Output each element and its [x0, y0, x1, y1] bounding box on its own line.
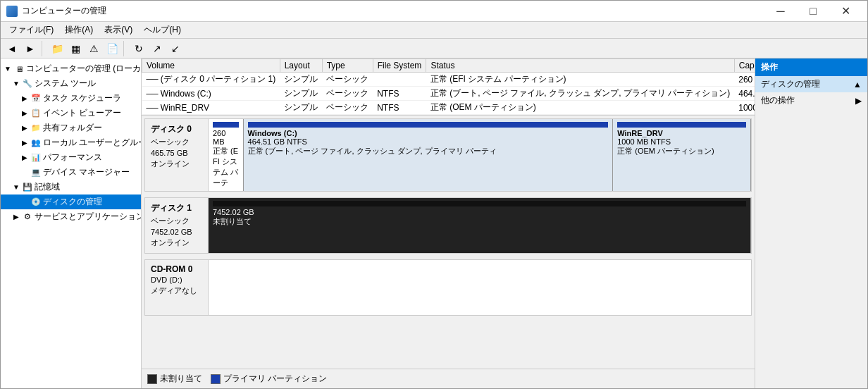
disk-status: オンライン	[151, 237, 202, 248]
content-area: Volume Layout Type File System Status Ca…	[142, 58, 755, 388]
sidebar-item-local-users[interactable]: ▶ 👥 ローカル ユーザーとグループ	[1, 135, 141, 150]
sidebar-item-shared-folders[interactable]: ▶ 📁 共有フォルダー	[1, 121, 141, 135]
task-scheduler-icon: 📅	[30, 93, 42, 104]
table-cell: 正常 (EFI システム パーティション)	[426, 73, 734, 87]
disk-type: ベーシック	[151, 216, 202, 226]
disk-graphical-view: ディスク 0ベーシック465.75 GBオンライン260 MB正常 (EFI シ…	[142, 116, 755, 369]
table-cell: 1000 MB	[734, 101, 755, 115]
right-panel-disk-management[interactable]: ディスクの管理 ▲	[755, 76, 867, 92]
menu-action[interactable]: 操作(A)	[59, 23, 99, 37]
partition-bar	[213, 122, 239, 128]
table-cell: シンプル	[280, 101, 322, 115]
export-button[interactable]: ↗	[149, 41, 166, 56]
legend-box-primary	[211, 374, 221, 384]
sidebar-item-storage[interactable]: ▼ 💾 記憶域	[1, 180, 141, 194]
alert-button[interactable]: ⚠	[85, 41, 102, 56]
local-users-icon: 👥	[30, 137, 42, 149]
doc-button[interactable]: 📄	[104, 41, 120, 56]
event-viewer-icon: 📋	[30, 108, 42, 119]
menu-help[interactable]: ヘルプ(H)	[138, 23, 187, 37]
partition-status: 正常 (EFI システム パーテ	[213, 146, 239, 188]
back-button[interactable]: ◄	[4, 41, 20, 56]
menu-file[interactable]: ファイル(F)	[4, 23, 59, 37]
sidebar: ▼ 🖥 コンピューターの管理 (ローカル) ▼ 🔧 システム ツール ▶ 📅 タ…	[1, 58, 142, 388]
disk-type: ベーシック	[151, 137, 202, 147]
disk-partition[interactable]: 260 MB正常 (EFI システム パーテ	[209, 119, 244, 191]
table-row[interactable]: ── Windows (C:)シンプルベーシックNTFS正常 (ブート, ページ…	[142, 87, 755, 101]
expand-arrow-5: ▶	[20, 124, 29, 132]
sidebar-item-event-viewer[interactable]: ▶ 📋 イベント ビューアー	[1, 106, 141, 121]
sidebar-item-device-manager[interactable]: 💻 デバイス マネージャー	[1, 165, 141, 180]
sidebar-item-system-tools[interactable]: ▼ 🔧 システム ツール	[1, 76, 141, 91]
table-cell: NTFS	[373, 87, 426, 101]
disk-status: オンライン	[151, 159, 202, 169]
table-cell: 260 MB	[734, 73, 755, 87]
device-manager-icon: 💻	[30, 167, 42, 178]
partition-status: 未割り当て	[213, 216, 746, 227]
disk-partition[interactable]: 7452.02 GB未割り当て	[209, 198, 751, 253]
partition-size: 7452.02 GB	[213, 208, 746, 216]
partition-status: 正常 (OEM パーティション)	[617, 146, 746, 156]
disk-row: ディスク 0ベーシック465.75 GBオンライン260 MB正常 (EFI シ…	[144, 118, 752, 192]
disk-partitions: 7452.02 GB未割り当て	[209, 198, 751, 253]
col-status[interactable]: Status	[426, 59, 734, 73]
table-row[interactable]: ── (ディスク 0 パーティション 1)シンプルベーシック正常 (EFI シス…	[142, 73, 755, 87]
shared-folders-icon: 📁	[30, 123, 42, 134]
disk-type: DVD (D:)	[151, 276, 202, 284]
disk-partition[interactable]: WinRE_DRV1000 MB NTFS正常 (OEM パーティション)	[613, 119, 751, 191]
sidebar-item-services[interactable]: ▶ ⚙ サービスとアプリケーション	[1, 209, 141, 224]
expand-arrow-8	[20, 168, 29, 177]
col-filesystem[interactable]: File System	[373, 59, 426, 73]
expand-arrow-10	[20, 198, 29, 206]
sidebar-perf-label: パフォーマンス	[43, 152, 102, 163]
table-row[interactable]: ── WinRE_DRVシンプルベーシックNTFS正常 (OEM パーティション…	[142, 101, 755, 115]
table-cell: 464.51 GB	[734, 87, 755, 101]
sidebar-disk-label: ディスクの管理	[43, 196, 102, 208]
right-panel-other-actions[interactable]: 他の操作 ▶	[755, 92, 867, 109]
sidebar-services-label: サービスとアプリケーション	[35, 211, 142, 223]
sidebar-device-label: デバイス マネージャー	[43, 166, 130, 178]
expand-arrow-9: ▼	[12, 183, 20, 192]
forward-button[interactable]: ►	[22, 41, 39, 56]
folder-button[interactable]: 📁	[49, 41, 66, 56]
col-capacity[interactable]: Capacity	[734, 59, 755, 73]
close-button[interactable]: ✕	[829, 1, 862, 22]
maximize-button[interactable]: □	[797, 1, 829, 22]
partition-name: Windows (C:)	[248, 129, 609, 137]
partition-bar	[213, 201, 746, 206]
expand-arrow-4: ▶	[20, 109, 29, 118]
import-button[interactable]: ↙	[167, 41, 184, 56]
expand-arrow-3: ▶	[20, 94, 29, 103]
disk-id: ディスク 1	[151, 202, 202, 214]
partition-size: 1000 MB NTFS	[617, 137, 746, 146]
right-panel: 操作 ディスクの管理 ▲ 他の操作 ▶	[755, 58, 867, 388]
sidebar-system-tools-label: システム ツール	[35, 78, 96, 89]
col-layout[interactable]: Layout	[280, 59, 322, 73]
disk-table: Volume Layout Type File System Status Ca…	[142, 58, 755, 115]
expand-arrow-7: ▶	[20, 154, 29, 162]
disk-size: 465.75 GB	[151, 149, 202, 157]
computer-icon: 🖥	[13, 63, 25, 75]
col-type[interactable]: Type	[322, 59, 373, 73]
sidebar-item-root[interactable]: ▼ 🖥 コンピューターの管理 (ローカル)	[1, 61, 141, 76]
minimize-button[interactable]: ─	[764, 1, 797, 22]
legend-box-unalloc	[147, 374, 157, 384]
sidebar-storage-label: 記憶域	[35, 181, 60, 193]
table-cell: NTFS	[373, 101, 426, 115]
disk-status: メディアなし	[151, 285, 202, 296]
partition-bar	[617, 122, 746, 128]
sidebar-item-performance[interactable]: ▶ 📊 パフォーマンス	[1, 150, 141, 165]
refresh-button[interactable]: ↻	[130, 41, 147, 56]
table-cell	[373, 73, 426, 87]
partition-size: 260 MB	[213, 129, 239, 146]
sidebar-item-task-scheduler[interactable]: ▶ 📅 タスク スケジューラ	[1, 91, 141, 106]
disk-partition[interactable]: Windows (C:)464.51 GB NTFS正常 (ブート, ページ フ…	[244, 119, 614, 191]
table-cell: ベーシック	[322, 73, 373, 87]
col-volume[interactable]: Volume	[142, 59, 280, 73]
sidebar-item-disk-management[interactable]: 💿 ディスクの管理	[1, 194, 141, 209]
menu-view[interactable]: 表示(V)	[99, 23, 138, 37]
table-cell: ── (ディスク 0 パーティション 1)	[142, 73, 280, 87]
table-cell: ベーシック	[322, 101, 373, 115]
grid-button[interactable]: ▦	[67, 41, 84, 56]
right-panel-other-label: 他の操作	[761, 94, 795, 106]
